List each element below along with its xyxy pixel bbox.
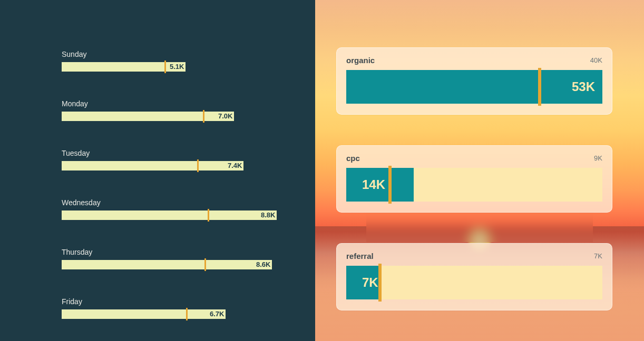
day-row: Monday7.0K: [62, 99, 315, 121]
card-title: cpc: [346, 154, 360, 163]
day-bar-value: 5.1K: [170, 63, 184, 71]
day-bar-fill: [62, 260, 272, 269]
card-bar-track: 7K: [346, 266, 602, 299]
card-bar-fill: 14K: [346, 168, 414, 202]
day-bar-track: 8.6K: [62, 260, 315, 269]
day-bar-marker: [208, 209, 209, 222]
day-bar-track: 8.8K: [62, 210, 315, 220]
right-panel: organic40K53Kcpc9K14Kreferral7K7K: [315, 0, 644, 341]
day-row: Sunday5.1K: [62, 50, 315, 72]
day-bar-fill: [62, 309, 226, 319]
day-row: Wednesday8.8K: [62, 198, 315, 220]
left-panel: Sunday5.1KMonday7.0KTuesday7.4KWednesday…: [0, 0, 315, 341]
card-target-value: 7K: [594, 252, 602, 260]
card-bar-value: 14K: [346, 177, 385, 192]
day-label: Thursday: [62, 248, 315, 256]
day-bar-track: 7.0K: [62, 112, 315, 121]
cards-list: organic40K53Kcpc9K14Kreferral7K7K: [336, 47, 612, 310]
days-list: Sunday5.1KMonday7.0KTuesday7.4KWednesday…: [62, 50, 315, 341]
card-header: referral7K: [346, 252, 602, 260]
day-bar-fill: [62, 62, 186, 72]
card-header: organic40K: [346, 56, 602, 65]
card-title: organic: [346, 56, 375, 65]
card-bar-track: 53K: [346, 70, 602, 104]
card-bar-marker: [378, 264, 382, 302]
day-bar-marker: [197, 159, 199, 172]
day-bar-track: 6.7K: [62, 309, 315, 319]
day-bar-marker: [204, 258, 206, 271]
card-target-value: 9K: [594, 154, 602, 162]
card-header: cpc9K: [346, 154, 602, 163]
card-bar-marker: [388, 166, 392, 204]
day-label: Wednesday: [62, 198, 315, 207]
day-bar-value: 8.6K: [256, 260, 270, 268]
traffic-card: cpc9K14K: [336, 145, 612, 213]
day-bar-fill: [62, 112, 234, 121]
day-bar-value: 8.8K: [261, 211, 275, 219]
day-bar-marker: [164, 61, 166, 73]
day-row: Friday6.7K: [62, 297, 315, 319]
card-bar-track: 14K: [346, 168, 602, 202]
day-label: Friday: [62, 297, 315, 306]
traffic-card: organic40K53K: [336, 47, 612, 115]
card-bar-fill: 7K: [346, 266, 380, 299]
card-bar-marker: [538, 68, 541, 106]
day-label: Monday: [62, 99, 315, 108]
card-title: referral: [346, 252, 374, 260]
card-target-value: 40K: [590, 56, 602, 64]
day-bar-marker: [186, 308, 188, 320]
card-bar-fill: 53K: [346, 70, 602, 104]
traffic-card: referral7K7K: [336, 243, 612, 310]
day-bar-fill: [62, 161, 243, 170]
day-row: Thursday8.6K: [62, 248, 315, 269]
day-label: Tuesday: [62, 149, 315, 157]
day-bar-track: 7.4K: [62, 161, 315, 170]
day-row: Tuesday7.4K: [62, 149, 315, 170]
day-bar-track: 5.1K: [62, 62, 315, 72]
day-bar-value: 6.7K: [210, 310, 224, 318]
card-bar-value: 7K: [346, 275, 378, 290]
card-bar-value: 53K: [572, 79, 602, 94]
day-bar-value: 7.4K: [228, 162, 242, 169]
day-label: Sunday: [62, 50, 315, 58]
day-bar-value: 7.0K: [218, 112, 232, 120]
day-bar-marker: [203, 110, 204, 123]
day-bar-fill: [62, 210, 277, 220]
